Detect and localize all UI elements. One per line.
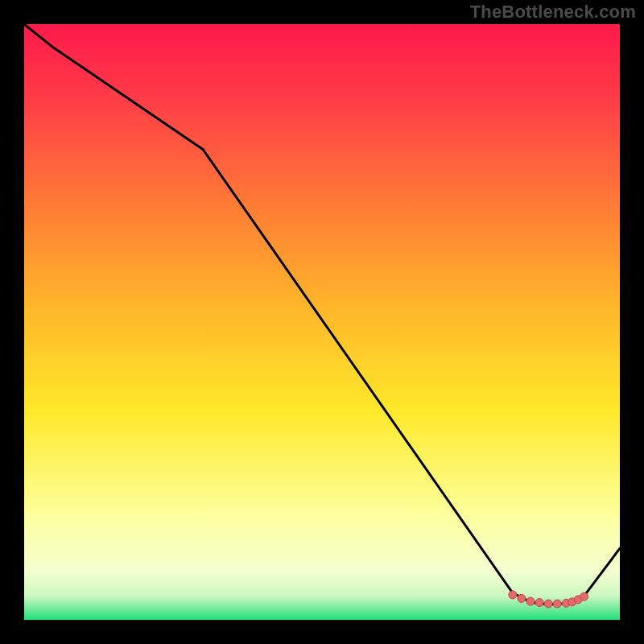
plot-area [24,24,620,620]
chart-svg [24,24,620,620]
data-marker [544,600,552,608]
chart-frame: TheBottleneck.com [0,0,644,644]
data-marker [526,597,535,605]
watermark-text: TheBottleneck.com [470,2,636,23]
data-marker [535,599,543,607]
data-marker [509,591,517,599]
data-marker [580,592,588,601]
data-marker [553,600,561,608]
data-marker [518,594,526,602]
